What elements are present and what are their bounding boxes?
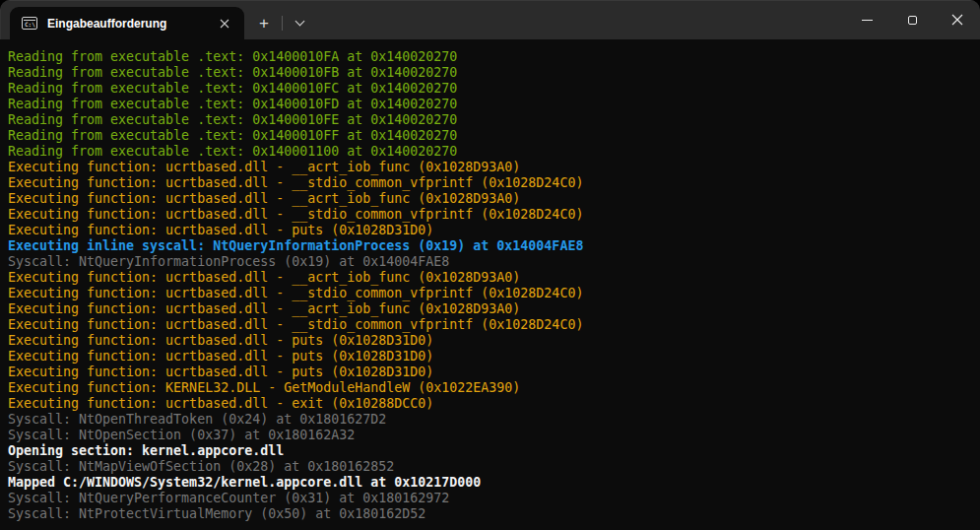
window-controls xyxy=(844,0,980,39)
terminal-line: Reading from executable .text: 0x1400010… xyxy=(8,128,972,144)
terminal-line: Executing function: ucrtbased.dll - exit… xyxy=(8,396,972,412)
terminal-line: Reading from executable .text: 0x1400010… xyxy=(8,112,972,128)
terminal-line: Mapped C:/WINDOWS/System32/kernel.appcor… xyxy=(8,475,972,491)
terminal-line: Syscall: NtOpenSection (0x37) at 0x18016… xyxy=(8,428,972,443)
tab-eingabeaufforderung[interactable]: C:\ Eingabeaufforderung xyxy=(10,7,244,39)
terminal-output[interactable]: Reading from executable .text: 0x1400010… xyxy=(0,39,980,530)
terminal-line: Executing function: ucrtbased.dll - __st… xyxy=(8,207,972,223)
terminal-line: Executing function: ucrtbased.dll - __st… xyxy=(8,286,972,301)
terminal-line: Executing function: ucrtbased.dll - puts… xyxy=(8,223,972,238)
terminal-line: Reading from executable .text: 0x1400010… xyxy=(8,97,972,112)
tab-title: Eingabeaufforderung xyxy=(47,17,217,31)
terminal-line: Reading from executable .text: 0x1400010… xyxy=(8,49,972,65)
close-icon xyxy=(951,14,963,26)
terminal-line: Executing function: ucrtbased.dll - __ac… xyxy=(8,301,972,317)
maximize-icon xyxy=(908,16,917,25)
maximize-button[interactable] xyxy=(889,0,935,39)
terminal-line: Reading from executable .text: 0x1400010… xyxy=(8,65,972,81)
minimize-icon xyxy=(862,20,873,21)
new-tab-button[interactable]: + xyxy=(247,7,281,39)
tab-separator xyxy=(282,16,283,31)
terminal-line: Executing function: ucrtbased.dll - __ac… xyxy=(8,191,972,207)
cmd-icon-text: C:\ xyxy=(25,22,35,28)
terminal-line: Opening section: kernel.appcore.dll xyxy=(8,443,972,459)
terminal-line: Executing inline syscall: NtQueryInforma… xyxy=(8,238,972,254)
terminal-line: Executing function: ucrtbased.dll - __ac… xyxy=(8,270,972,286)
chevron-down-icon xyxy=(294,17,304,27)
terminal-line: Syscall: NtProtectVirtualMemory (0x50) a… xyxy=(8,506,972,522)
terminal-line: Reading from executable .text: 0x1400011… xyxy=(8,144,972,160)
tab-close-button[interactable] xyxy=(217,16,232,32)
tab-dropdown-button[interactable] xyxy=(284,7,315,39)
terminal-window: C:\ Eingabeaufforderung + xyxy=(0,0,980,530)
terminal-line: Executing function: ucrtbased.dll - __st… xyxy=(8,175,972,191)
titlebar[interactable]: C:\ Eingabeaufforderung + xyxy=(0,0,980,39)
close-button[interactable] xyxy=(935,0,980,39)
terminal-line: Executing function: ucrtbased.dll - __ac… xyxy=(8,160,972,175)
terminal-line: Syscall: NtQueryPerformanceCounter (0x31… xyxy=(8,491,972,506)
terminal-line: Reading from executable .text: 0x1400010… xyxy=(8,81,972,97)
close-icon xyxy=(220,19,229,29)
terminal-line: Syscall: NtQueryInformationProcess (0x19… xyxy=(8,254,972,270)
terminal-line: Syscall: NtMapViewOfSection (0x28) at 0x… xyxy=(8,459,972,475)
terminal-line: Executing function: ucrtbased.dll - puts… xyxy=(8,333,972,349)
terminal-line: Executing function: ucrtbased.dll - __st… xyxy=(8,317,972,333)
terminal-line: Syscall: NtOpenThreadToken (0x24) at 0x1… xyxy=(8,412,972,428)
terminal-line: Executing function: KERNEL32.DLL - GetMo… xyxy=(8,380,972,396)
terminal-line: Executing function: ucrtbased.dll - puts… xyxy=(8,364,972,380)
terminal-line: Executing function: ucrtbased.dll - puts… xyxy=(8,349,972,364)
cmd-prompt-icon: C:\ xyxy=(22,17,37,30)
minimize-button[interactable] xyxy=(844,0,889,39)
